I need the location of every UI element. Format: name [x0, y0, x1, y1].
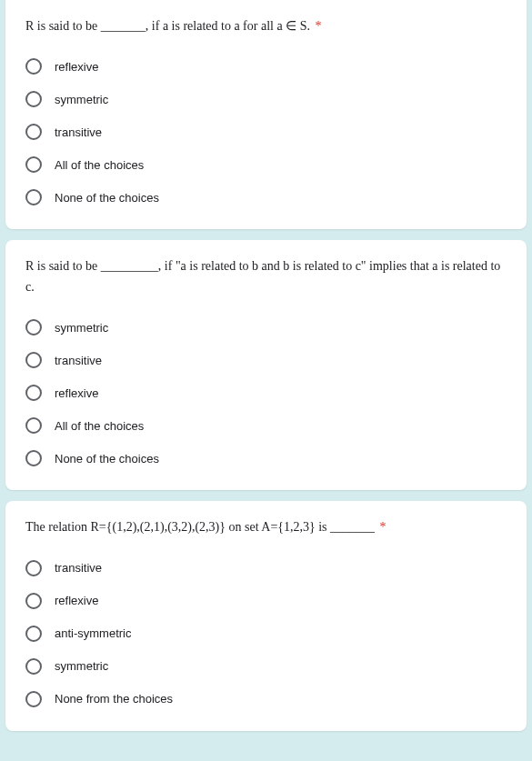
option-row[interactable]: reflexive: [25, 589, 507, 613]
option-label: None of the choices: [55, 452, 159, 466]
option-row[interactable]: None from the choices: [25, 687, 507, 711]
radio-icon: [25, 319, 42, 335]
radio-icon: [25, 691, 42, 707]
option-row[interactable]: reflexive: [25, 381, 507, 405]
radio-icon: [25, 124, 42, 140]
radio-icon: [25, 593, 42, 609]
option-label: All of the choices: [55, 158, 144, 172]
radio-icon: [25, 658, 42, 675]
option-label: All of the choices: [55, 419, 144, 433]
option-row[interactable]: All of the choices: [25, 153, 507, 176]
option-row[interactable]: symmetric: [25, 655, 507, 678]
option-label: anti-symmetric: [55, 626, 132, 640]
question-prompt: The relation R={(1,2),(2,1),(3,2),(2,3)}…: [25, 517, 507, 537]
question-card: R is said to be _______, if a is related…: [5, 0, 527, 229]
option-row[interactable]: symmetric: [25, 87, 507, 111]
radio-icon: [25, 91, 42, 107]
radio-icon: [25, 417, 42, 434]
radio-icon: [25, 560, 42, 576]
option-label: reflexive: [55, 60, 98, 74]
option-row[interactable]: All of the choices: [25, 414, 507, 437]
option-row[interactable]: transitive: [25, 348, 507, 372]
option-row[interactable]: reflexive: [25, 55, 507, 78]
options-group: reflexive symmetric transitive All of th…: [25, 55, 507, 209]
question-prompt-text: The relation R={(1,2),(2,1),(3,2),(2,3)}…: [25, 520, 375, 534]
option-row[interactable]: transitive: [25, 556, 507, 580]
question-prompt: R is said to be _________, if "a is rela…: [25, 256, 507, 297]
radio-icon: [25, 450, 42, 466]
option-label: transitive: [55, 561, 102, 575]
question-prompt: R is said to be _______, if a is related…: [25, 16, 507, 36]
option-row[interactable]: None of the choices: [25, 446, 507, 470]
option-label: reflexive: [55, 386, 98, 400]
question-card: The relation R={(1,2),(2,1),(3,2),(2,3)}…: [5, 501, 527, 730]
radio-icon: [25, 352, 42, 368]
options-group: symmetric transitive reflexive All of th…: [25, 315, 507, 470]
required-marker: *: [380, 520, 386, 534]
form-page: R is said to be _______, if a is related…: [0, 0, 532, 731]
option-row[interactable]: None of the choices: [25, 185, 507, 209]
option-label: None of the choices: [55, 191, 159, 205]
option-row[interactable]: transitive: [25, 120, 507, 144]
option-row[interactable]: anti-symmetric: [25, 622, 507, 646]
options-group: transitive reflexive anti-symmetric symm…: [25, 556, 507, 711]
option-label: symmetric: [55, 93, 108, 106]
required-marker: *: [315, 19, 321, 33]
option-label: transitive: [55, 125, 102, 139]
option-row[interactable]: symmetric: [25, 315, 507, 339]
option-label: None from the choices: [55, 692, 173, 706]
option-label: reflexive: [55, 594, 98, 607]
question-prompt-text: R is said to be _______, if a is related…: [25, 19, 310, 33]
radio-icon: [25, 58, 42, 75]
radio-icon: [25, 189, 42, 205]
question-prompt-text: R is said to be _________, if "a is rela…: [25, 259, 500, 293]
radio-icon: [25, 626, 42, 642]
option-label: symmetric: [55, 659, 108, 673]
radio-icon: [25, 385, 42, 401]
radio-icon: [25, 156, 42, 173]
option-label: transitive: [55, 354, 102, 367]
option-label: symmetric: [55, 321, 108, 335]
question-card: R is said to be _________, if "a is rela…: [5, 240, 527, 490]
